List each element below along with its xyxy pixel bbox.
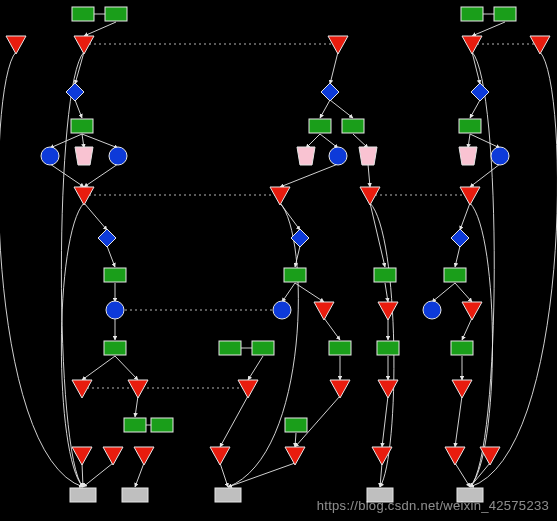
edge xyxy=(472,52,480,84)
node-rect-green xyxy=(377,341,399,355)
node-tri-red xyxy=(445,447,465,465)
edge xyxy=(0,52,83,487)
edge xyxy=(470,134,500,148)
edge xyxy=(220,463,228,487)
node-rect-green xyxy=(104,268,126,282)
edge xyxy=(50,164,84,187)
node-tri-red xyxy=(378,302,398,320)
node-trap-pink xyxy=(75,147,93,165)
edge xyxy=(472,22,505,36)
node-diamond-blue xyxy=(451,229,469,247)
edge xyxy=(220,396,248,447)
node-trap-pink xyxy=(297,147,315,165)
node-circle-blue xyxy=(41,147,59,165)
node-tri-red xyxy=(372,447,392,465)
node-tri-red xyxy=(74,36,94,54)
node-rect-green xyxy=(284,268,306,282)
edge xyxy=(84,22,116,36)
node-tri-red xyxy=(530,36,550,54)
edge xyxy=(330,100,353,118)
edge xyxy=(324,318,340,340)
node-rect-green xyxy=(309,119,331,133)
node-rect-green xyxy=(72,7,94,21)
node-circle-blue xyxy=(106,301,124,319)
node-tri-red xyxy=(328,36,348,54)
node-circle-blue xyxy=(109,147,127,165)
node-tri-red xyxy=(452,380,472,398)
node-circle-blue xyxy=(329,147,347,165)
node-rect-grey xyxy=(367,488,393,502)
node-diamond-blue xyxy=(98,229,116,247)
edge xyxy=(135,463,144,487)
edge xyxy=(455,246,460,267)
node-rect-green xyxy=(104,341,126,355)
node-rect-green xyxy=(105,7,127,21)
node-tri-red xyxy=(6,36,26,54)
edge xyxy=(432,283,455,302)
node-rect-green xyxy=(374,268,396,282)
edge xyxy=(82,463,83,487)
edge xyxy=(470,52,557,487)
edge xyxy=(455,463,470,487)
node-tri-red xyxy=(103,447,123,465)
edge xyxy=(82,134,118,148)
graph-canvas xyxy=(0,0,557,521)
edge xyxy=(320,134,338,148)
node-tri-red xyxy=(462,302,482,320)
edge xyxy=(470,164,500,187)
node-tri-red xyxy=(74,187,94,205)
edge xyxy=(280,164,338,187)
node-tri-red xyxy=(460,187,480,205)
node-circle-blue xyxy=(491,147,509,165)
edge xyxy=(382,396,388,447)
edge xyxy=(462,318,472,340)
node-rect-grey xyxy=(457,488,483,502)
edge xyxy=(385,283,388,302)
node-tri-red xyxy=(360,187,380,205)
edge xyxy=(82,134,84,148)
node-rect-green xyxy=(71,119,93,133)
node-diamond-blue xyxy=(291,229,309,247)
edge xyxy=(330,52,338,84)
edge xyxy=(470,100,480,118)
nodes-layer xyxy=(6,7,550,502)
node-rect-green xyxy=(219,341,241,355)
node-circle-blue xyxy=(273,301,291,319)
node-rect-green xyxy=(444,268,466,282)
node-tri-red xyxy=(330,380,350,398)
node-diamond-blue xyxy=(66,83,84,101)
edge xyxy=(82,356,115,380)
edge xyxy=(248,356,263,380)
edge xyxy=(295,433,296,447)
edge xyxy=(460,203,470,230)
node-tri-red xyxy=(128,380,148,398)
edge xyxy=(353,134,368,148)
node-rect-green xyxy=(342,119,364,133)
node-tri-red xyxy=(378,380,398,398)
node-rect-green xyxy=(329,341,351,355)
node-diamond-blue xyxy=(471,83,489,101)
node-rect-grey xyxy=(215,488,241,502)
node-tri-red xyxy=(270,187,290,205)
edges-layer xyxy=(0,14,557,487)
node-diamond-blue xyxy=(321,83,339,101)
node-rect-grey xyxy=(122,488,148,502)
node-tri-red xyxy=(72,380,92,398)
edge xyxy=(228,463,295,487)
edge xyxy=(115,356,138,380)
edge xyxy=(282,283,295,302)
node-tri-red xyxy=(314,302,334,320)
edge xyxy=(320,100,330,118)
node-rect-green xyxy=(451,341,473,355)
edge xyxy=(455,283,472,302)
edge xyxy=(295,283,324,302)
node-rect-green xyxy=(151,418,173,432)
node-tri-red xyxy=(134,447,154,465)
node-tri-red xyxy=(238,380,258,398)
edge xyxy=(107,246,115,267)
edge xyxy=(468,134,470,148)
node-rect-green xyxy=(124,418,146,432)
node-rect-green xyxy=(285,418,307,432)
node-circle-blue xyxy=(423,301,441,319)
edge xyxy=(83,463,113,487)
